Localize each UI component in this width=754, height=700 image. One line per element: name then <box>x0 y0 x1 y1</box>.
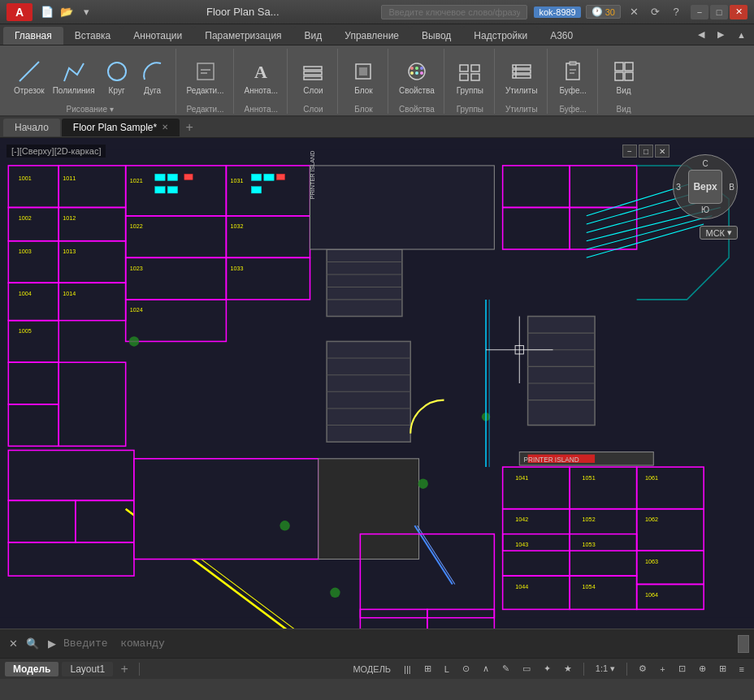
tab-view[interactable]: Вид <box>293 27 334 45</box>
status-annotation-btn[interactable]: ⊕ <box>694 663 711 675</box>
status-lwt-btn[interactable]: ▭ <box>518 663 535 675</box>
ribbon-collapse[interactable]: ▲ <box>732 28 751 41</box>
status-grid-btn[interactable]: ||| <box>399 663 416 675</box>
viewport-close-btn[interactable]: ✕ <box>655 145 670 158</box>
titlebar: A 📄 📂 ▾ Floor Plan Sa... kok-8989 🕐 30 ✕… <box>0 0 754 24</box>
timer-value: 30 <box>605 7 615 17</box>
svg-point-14 <box>420 67 423 70</box>
sync-icon[interactable]: ⟳ <box>647 4 663 20</box>
status-polar-btn[interactable]: ⊙ <box>457 663 474 675</box>
svg-text:1051: 1051 <box>583 474 596 482</box>
user-badge[interactable]: kok-8989 <box>534 6 580 18</box>
edit-tool[interactable]: Редакти... <box>184 56 227 98</box>
statusbar-layout1-tab[interactable]: Layout1 <box>62 662 113 676</box>
block-tool[interactable]: Блок <box>347 56 379 98</box>
autocad-logo[interactable]: A <box>6 3 32 21</box>
viewport-minimize-btn[interactable]: − <box>622 145 637 158</box>
tab-start[interactable]: Начало <box>3 119 60 136</box>
statusbar-add-layout-btn[interactable]: + <box>116 661 132 677</box>
viewport-restore-btn[interactable]: □ <box>639 145 653 158</box>
status-snap-btn[interactable]: ⊞ <box>419 663 436 675</box>
tab-parametrize[interactable]: Параметризация <box>193 27 292 45</box>
arc-tool[interactable]: Дуга <box>136 56 169 98</box>
view-tool[interactable]: Вид <box>608 56 640 98</box>
command-input[interactable] <box>63 637 734 650</box>
tab-insert[interactable]: Вставка <box>63 27 123 45</box>
status-model-btn[interactable]: МОДЕЛЬ <box>348 663 396 675</box>
edit-label: Редакти... <box>187 86 224 96</box>
svg-text:1064: 1064 <box>645 591 658 598</box>
tab-a360[interactable]: A360 <box>539 27 584 45</box>
svg-text:1004: 1004 <box>19 290 32 297</box>
new-file-icon[interactable]: 📄 <box>39 4 55 20</box>
status-sel-btn[interactable]: ★ <box>559 663 577 675</box>
status-trans-btn[interactable]: ✦ <box>539 663 556 675</box>
annotate-tool[interactable]: A Аннота... <box>242 56 280 98</box>
close-button[interactable]: ✕ <box>730 5 748 19</box>
properties-tool[interactable]: Свойства <box>396 56 437 98</box>
draw-group-header[interactable]: Рисование ▾ <box>11 105 169 114</box>
status-menu-btn[interactable]: ≡ <box>734 663 749 675</box>
menu-icon[interactable]: ▾ <box>78 4 94 20</box>
help-icon[interactable]: ? <box>668 4 684 20</box>
status-scale-btn[interactable]: 1:1 ▾ <box>591 663 620 675</box>
block-label: Блок <box>354 86 372 96</box>
ribbon-arrow-left[interactable]: ◀ <box>693 28 709 41</box>
circle-tool[interactable]: Круг <box>101 56 133 98</box>
cmd-close-btn[interactable]: ✕ <box>5 636 21 652</box>
svg-point-16 <box>415 71 418 75</box>
viewcube-center-btn[interactable]: Верх <box>688 170 722 204</box>
status-workspace-btn[interactable]: ⊞ <box>714 663 731 675</box>
tab-manage[interactable]: Управление <box>333 27 410 45</box>
utilities-tool[interactable]: Утилиты <box>503 56 540 98</box>
canvas-container[interactable]: PRINTER ISLAND PRINTER ISLAND 100 <box>0 138 754 629</box>
new-tab-button[interactable]: + <box>181 119 197 136</box>
line-tool[interactable]: Отрезок <box>11 56 47 98</box>
groups-tool[interactable]: Группы <box>453 56 486 98</box>
timer-badge[interactable]: 🕐 30 <box>586 5 621 19</box>
arc-icon <box>140 58 166 84</box>
status-viewport-btn[interactable]: ⊡ <box>674 663 691 675</box>
draw-tools: Отрезок Полилиния Круг <box>11 49 169 105</box>
status-settings-btn[interactable]: ⚙ <box>634 663 652 675</box>
svg-text:1062: 1062 <box>645 516 658 523</box>
svg-rect-85 <box>327 249 402 316</box>
status-right-section: МОДЕЛЬ ||| ⊞ L ⊙ ∧ ✎ ▭ ✦ ★ 1:1 ▾ ⚙ + ⊡ ⊕… <box>348 663 749 676</box>
tab-home[interactable]: Главная <box>3 27 63 45</box>
status-osnap2-btn[interactable]: ✎ <box>497 663 514 675</box>
open-file-icon[interactable]: 📂 <box>58 4 75 20</box>
mck-badge[interactable]: МСК ▾ <box>700 226 738 240</box>
polyline-tool[interactable]: Полилиния <box>50 56 98 98</box>
svg-rect-124 <box>155 187 165 193</box>
svg-rect-20 <box>460 74 468 80</box>
clipboard-tool[interactable]: Буфе... <box>557 56 589 98</box>
status-ortho-btn[interactable]: L <box>440 663 454 675</box>
minimize-button[interactable]: − <box>691 5 708 19</box>
svg-rect-31 <box>625 63 633 71</box>
cmd-expand-btn[interactable]: ▶ <box>44 636 60 652</box>
tab-close-icon[interactable]: ✕ <box>162 123 168 132</box>
tab-annotations[interactable]: Аннотации <box>122 27 193 45</box>
status-osnap-btn[interactable]: ∧ <box>478 663 494 675</box>
statusbar-model-tab[interactable]: Модель <box>5 662 58 676</box>
svg-point-133 <box>418 479 428 489</box>
draw-group-chevron[interactable]: ▾ <box>110 105 114 114</box>
tab-floor-plan[interactable]: Floor Plan Sample* ✕ <box>62 119 180 136</box>
viewcube[interactable]: Верх С Ю З В <box>673 154 738 219</box>
svg-text:1044: 1044 <box>515 583 528 590</box>
svg-point-131 <box>129 336 139 346</box>
svg-rect-149 <box>528 317 595 426</box>
command-scrollbar[interactable] <box>738 635 749 653</box>
layers-tool[interactable]: Слои <box>297 56 329 98</box>
restore-button[interactable]: □ <box>710 5 728 19</box>
close-session-icon[interactable]: ✕ <box>626 4 642 20</box>
cmd-search-btn[interactable]: 🔍 <box>24 636 41 652</box>
ribbon-arrow-right[interactable]: ▶ <box>713 28 729 41</box>
tab-addins[interactable]: Надстройки <box>462 27 539 45</box>
svg-point-12 <box>410 67 414 70</box>
svg-rect-30 <box>615 63 623 71</box>
status-add-btn[interactable]: + <box>655 663 670 675</box>
tab-output[interactable]: Вывод <box>410 27 462 45</box>
search-input[interactable] <box>381 5 527 19</box>
quick-access-toolbar: 📄 📂 ▾ <box>39 4 94 20</box>
